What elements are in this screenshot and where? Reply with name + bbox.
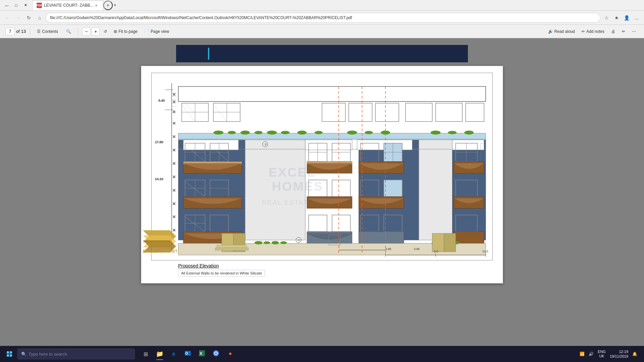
svg-rect-127 — [454, 232, 484, 243]
svg-point-30 — [255, 131, 263, 134]
windows-icon — [7, 351, 12, 357]
page-number-input[interactable] — [5, 28, 15, 35]
svg-text:✕: ✕ — [172, 215, 176, 219]
forward-button[interactable]: → — [13, 13, 23, 22]
architectural-drawing: 3.40 ✕ ✕ ✕ ✕ ✕ ✕ ✕ — [151, 73, 493, 260]
fit-page-label: Fit to page — [118, 29, 138, 34]
svg-text:0.85: 0.85 — [385, 247, 391, 251]
zoom-out-button[interactable]: − — [82, 27, 90, 36]
file-explorer-button[interactable]: 📁 — [153, 347, 166, 361]
minimize-button[interactable]: — — [3, 1, 11, 9]
account-button[interactable]: 👤 — [622, 13, 631, 22]
svg-rect-108 — [384, 180, 402, 197]
svg-text:EXCEL: EXCEL — [269, 165, 316, 179]
chrome-button[interactable] — [209, 347, 223, 361]
pdf-content-area: 3.40 ✕ ✕ ✕ ✕ ✕ ✕ ✕ — [0, 38, 644, 362]
excel-taskbar-button[interactable]: X — [195, 347, 209, 361]
collections-button[interactable]: ★ — [612, 13, 621, 22]
taskbar-search-icon: 🔍 — [21, 352, 26, 357]
tab-close-button[interactable]: ✕ — [94, 3, 99, 8]
pdf-search-icon: 🔍 — [66, 29, 71, 34]
maximize-button[interactable]: □ — [12, 1, 20, 9]
svg-point-27 — [213, 130, 223, 134]
home-button[interactable]: ⌂ — [35, 13, 44, 22]
start-button[interactable] — [3, 347, 16, 361]
svg-text:14.10: 14.10 — [155, 177, 163, 181]
address-bar[interactable]: file:///C:/Users/Godwin%20Darmanin/AppDa… — [46, 13, 600, 23]
svg-point-31 — [267, 130, 277, 134]
draw-button[interactable]: ✏ — [619, 28, 628, 35]
svg-point-35 — [347, 130, 357, 134]
network-icon[interactable]: 📶 — [578, 350, 586, 358]
system-tray: 📶 🔊 ENG UK 12:19 19/11/2019 🔔 — [576, 348, 641, 360]
fit-page-button[interactable]: ⊞ Fit to page — [111, 28, 140, 35]
taskbar-search-placeholder: Type here to search — [29, 352, 67, 357]
contents-button[interactable]: ☰ Contents — [34, 28, 61, 35]
drawing-title: Proposed Elevation — [178, 263, 493, 268]
notifications-icon[interactable]: 🔔 — [631, 350, 639, 358]
svg-text:✕: ✕ — [172, 161, 176, 166]
refresh-button[interactable]: ↻ — [24, 13, 34, 22]
svg-point-38 — [431, 130, 441, 134]
svg-text:O: O — [185, 351, 188, 355]
url-text: file:///C:/Users/Godwin%20Darmanin/AppDa… — [50, 15, 352, 20]
drawing-note-area: All External Walls to be rendered in Whi… — [151, 270, 493, 277]
outlook-button[interactable]: O — [181, 347, 195, 361]
pdf-search-button[interactable]: 🔍 — [63, 28, 74, 35]
add-notes-icon: ✏ — [582, 29, 585, 34]
other-app-icon: ✦ — [228, 350, 233, 358]
svg-rect-141 — [432, 233, 444, 252]
task-view-icon: ⊞ — [144, 351, 148, 357]
rotate-button[interactable]: ↺ — [101, 28, 110, 35]
page-view-icon: 📄 — [144, 29, 149, 34]
toolbar-divider-2 — [78, 27, 78, 36]
add-notes-button[interactable]: ✏ Add notes — [579, 28, 607, 35]
pdf-toolbar: of 13 ☰ Contents 🔍 − + ↺ ⊞ Fit to page 📄… — [0, 25, 644, 38]
svg-point-36 — [365, 131, 373, 134]
svg-text:②: ② — [298, 239, 300, 242]
read-aloud-button[interactable]: 🔊 Read aloud — [545, 28, 578, 35]
svg-rect-126 — [359, 232, 404, 243]
chrome-icon — [213, 350, 219, 358]
volume-icon[interactable]: 🔊 — [587, 350, 595, 358]
taskbar-items: ⊞ 📁 e O — [139, 347, 237, 361]
svg-text:0.85: 0.85 — [414, 247, 420, 251]
svg-text:3.40: 3.40 — [158, 99, 165, 102]
svg-point-135 — [272, 241, 279, 244]
drawing-caption: Proposed Elevation — [151, 263, 493, 268]
edge-browser-button[interactable]: e — [167, 347, 180, 361]
excel-taskbar-icon: X — [199, 350, 205, 358]
pdf-header-band — [176, 45, 468, 62]
back-button[interactable]: ← — [3, 13, 12, 22]
page-view-label: Page view — [151, 29, 169, 34]
active-tab[interactable]: PDF LEVANTE COURT- ZABB... ✕ — [32, 0, 103, 10]
tab-chevron-icon[interactable]: ▾ — [113, 2, 117, 9]
language-indicator[interactable]: ENG UK — [596, 348, 607, 360]
read-aloud-icon: 🔊 — [548, 29, 553, 34]
zoom-in-button[interactable]: + — [92, 27, 100, 36]
favorites-button[interactable]: ☆ — [602, 13, 611, 22]
pdf-toolbar-right: 🔊 Read aloud ✏ Add notes 🖨 ✏ ⋯ — [545, 28, 639, 35]
print-button[interactable]: 🖨 — [608, 28, 618, 35]
other-app-button[interactable]: ✦ — [223, 347, 237, 361]
page-view-button[interactable]: 📄 Page view — [142, 28, 172, 35]
toolbar-divider-1 — [30, 27, 30, 36]
settings-button[interactable]: … — [632, 13, 641, 22]
close-button[interactable]: ✕ — [21, 1, 30, 9]
file-explorer-icon: 📁 — [156, 350, 163, 358]
svg-rect-90 — [384, 143, 402, 162]
system-clock[interactable]: 12:19 19/11/2019 — [608, 348, 630, 360]
new-tab-button[interactable]: + — [103, 1, 113, 10]
svg-rect-142 — [444, 233, 456, 252]
more-button[interactable]: ⋯ — [629, 28, 639, 35]
svg-text:HOMES: HOMES — [272, 179, 324, 193]
taskbar: 🔍 Type here to search ⊞ 📁 e O — [0, 346, 644, 362]
svg-point-34 — [315, 131, 323, 134]
pdf-page: 3.40 ✕ ✕ ✕ ✕ ✕ ✕ ✕ — [141, 66, 503, 284]
contents-icon: ☰ — [37, 29, 41, 34]
taskbar-search-box[interactable]: 🔍 Type here to search — [17, 349, 135, 359]
task-view-button[interactable]: ⊞ — [139, 347, 152, 361]
title-bar: — □ ✕ PDF LEVANTE COURT- ZABB... ✕ + ▾ — [0, 0, 644, 11]
svg-text:✕: ✕ — [172, 201, 176, 206]
tab-label: LEVANTE COURT- ZABB... — [44, 3, 94, 8]
